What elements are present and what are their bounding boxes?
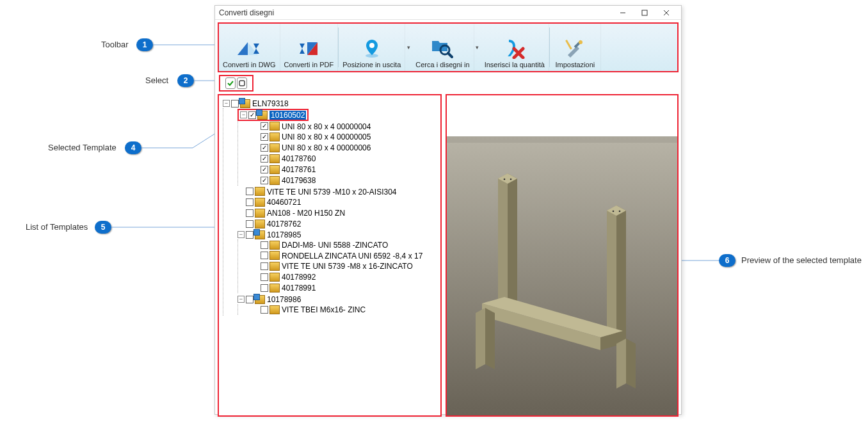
- search-drawings-button[interactable]: Cerca i disegni in: [412, 24, 474, 71]
- tree-item-label[interactable]: 40178992: [282, 273, 316, 282]
- convert-dwg-label: Converti in DWG: [223, 61, 276, 68]
- tree-expand[interactable]: −: [240, 111, 247, 118]
- part-icon: [269, 284, 280, 293]
- tree-checkbox[interactable]: [261, 273, 268, 281]
- insert-qty-button[interactable]: Inserisci la quantità: [481, 24, 549, 71]
- tree-item-label[interactable]: VITE TE UNI 5739 -M8 x 16-ZINCATO: [282, 262, 413, 271]
- output-position-dropdown[interactable]: ▾: [405, 24, 412, 71]
- tree-checkbox[interactable]: ✓: [261, 122, 268, 130]
- svg-point-37: [613, 211, 615, 212]
- tree-item-label[interactable]: 40178762: [267, 220, 301, 229]
- callout-badge-1: 1: [136, 38, 153, 51]
- maximize-button[interactable]: [634, 6, 655, 19]
- tree-item-label[interactable]: VITE TBEI M6x16- ZINC: [282, 305, 366, 314]
- part-icon: [269, 273, 280, 282]
- part-icon: [269, 241, 280, 250]
- svg-marker-32: [485, 308, 495, 369]
- tree-item-label[interactable]: 40178760: [282, 154, 316, 163]
- tree-item-label[interactable]: UNI 80 x 80 x 4 00000004: [282, 122, 371, 131]
- svg-point-14: [369, 43, 374, 48]
- svg-point-38: [619, 211, 621, 212]
- tree-checkbox[interactable]: [261, 284, 268, 292]
- tree-checkbox[interactable]: [261, 241, 268, 249]
- tree-checkbox[interactable]: ✓: [261, 166, 268, 173]
- callout-line-6: [682, 260, 719, 261]
- app-window: Converti disegni Converti in DWG Convert…: [214, 5, 682, 415]
- callout-toolbar-label: Toolbar: [101, 40, 129, 49]
- tree-item-label[interactable]: UNI 80 x 80 x 4 00000005: [282, 132, 371, 141]
- tree-expand[interactable]: −: [223, 100, 230, 107]
- tree-checkbox[interactable]: ✓: [261, 155, 268, 163]
- tree-item-label[interactable]: 40460721: [267, 198, 301, 207]
- tree-item-label[interactable]: 10178986: [267, 295, 301, 304]
- svg-marker-26: [616, 205, 626, 344]
- tree-item-label[interactable]: 10160502: [269, 111, 306, 120]
- tree-checkbox[interactable]: [246, 198, 253, 206]
- tree-checkbox[interactable]: [261, 306, 268, 314]
- svg-point-36: [510, 179, 512, 180]
- tree-checkbox[interactable]: [246, 220, 253, 228]
- tree-checkbox[interactable]: [246, 296, 253, 303]
- tree-expand[interactable]: −: [237, 296, 245, 303]
- tree-expand[interactable]: −: [237, 231, 245, 238]
- part-icon: [269, 132, 280, 141]
- qty-icon: [502, 35, 527, 61]
- output-position-label: Posizione in uscita: [342, 61, 401, 68]
- convert-dwg-button[interactable]: Converti in DWG: [219, 24, 280, 71]
- part-icon: [269, 165, 280, 174]
- tree-checkbox[interactable]: [246, 231, 253, 239]
- settings-button[interactable]: Impostazioni: [550, 24, 601, 71]
- callout-badge-6: 6: [719, 254, 735, 267]
- tree-checkbox[interactable]: ✓: [261, 144, 268, 152]
- part-icon: [269, 262, 280, 271]
- window-title: Converti disegni: [219, 8, 612, 17]
- tree-panel: −ELN79318−✓10160502✓UNI 80 x 80 x 4 0000…: [218, 94, 442, 417]
- tree-checkbox[interactable]: ✓: [261, 133, 268, 141]
- convert-pdf-button[interactable]: Converti in PDF: [280, 24, 339, 71]
- titlebar: Converti disegni: [215, 6, 681, 20]
- tree-item-label[interactable]: DADI-M8- UNI 5588 -ZINCATO: [282, 241, 388, 250]
- settings-label: Impostazioni: [555, 61, 595, 68]
- tools-icon: [562, 35, 588, 61]
- tree-checkbox[interactable]: [261, 252, 268, 259]
- tree-item-label[interactable]: RONDELLA ZINCATA UNI 6592 -8,4 x 17: [282, 251, 422, 260]
- callout-line-5: [111, 227, 214, 228]
- svg-marker-31: [476, 308, 485, 369]
- callout-badge-5: 5: [95, 221, 111, 234]
- svg-marker-9: [237, 42, 248, 55]
- callout-selected-label: Selected Template: [48, 143, 117, 152]
- part-icon: [255, 187, 265, 196]
- svg-marker-33: [616, 339, 626, 389]
- assembly-icon: [255, 230, 265, 239]
- tree-item-label[interactable]: VITE TE UNI 5739 -M10 x 20-AISI304: [267, 187, 397, 196]
- deselect-all-button[interactable]: [237, 77, 247, 89]
- tree-item-label[interactable]: ELN79318: [252, 99, 289, 108]
- pin-icon: [359, 35, 385, 61]
- tree-checkbox[interactable]: ✓: [248, 111, 256, 119]
- tree-item-label[interactable]: 40178991: [282, 284, 316, 293]
- tree-item-label[interactable]: AN108 - M20 H150 ZN: [267, 209, 345, 218]
- svg-marker-23: [508, 173, 517, 312]
- dwg-icon: [236, 35, 262, 61]
- tree-item-label[interactable]: UNI 80 x 80 x 4 00000006: [282, 143, 371, 152]
- tree-checkbox[interactable]: [261, 262, 268, 270]
- tree-item-label[interactable]: 40178761: [282, 165, 316, 174]
- search-drawings-dropdown[interactable]: ▾: [474, 24, 481, 71]
- part-icon: [255, 209, 265, 218]
- tree-scroll[interactable]: −ELN79318−✓10160502✓UNI 80 x 80 x 4 0000…: [219, 95, 440, 415]
- select-all-button[interactable]: [225, 77, 236, 89]
- tree-checkbox[interactable]: [231, 100, 239, 108]
- tree-checkbox[interactable]: ✓: [261, 177, 268, 184]
- svg-point-18: [579, 40, 583, 44]
- convert-pdf-label: Converti in PDF: [284, 61, 334, 68]
- tree-checkbox[interactable]: [246, 209, 253, 217]
- callout-line-1: [153, 44, 214, 45]
- tree-checkbox[interactable]: [246, 188, 253, 195]
- tree-item-label[interactable]: 10178985: [267, 230, 301, 239]
- close-button[interactable]: [655, 6, 677, 19]
- output-position-button[interactable]: Posizione in uscita: [339, 24, 405, 71]
- minimize-button[interactable]: [612, 6, 634, 19]
- body-split: −ELN79318−✓10160502✓UNI 80 x 80 x 4 0000…: [215, 94, 681, 417]
- tree-item-label[interactable]: 40179638: [282, 176, 316, 185]
- part-icon: [269, 154, 280, 163]
